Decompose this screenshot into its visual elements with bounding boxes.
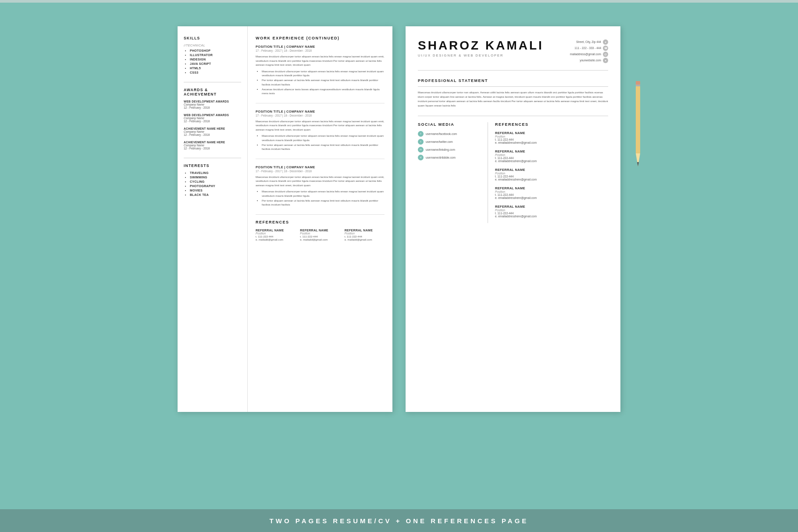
facebook-icon: f [418, 131, 424, 137]
ref-position: Position [256, 232, 296, 235]
divider [184, 158, 241, 158]
bullet-item: Per tortor aliquam aenean ut lacinia fel… [262, 78, 385, 86]
pencil-icon [631, 79, 645, 175]
job-bullets: Maecenas tincidunt ullamcorper tortor al… [256, 134, 385, 151]
ref-email: e. emailaddresshere@gmail.com [495, 215, 608, 218]
job-section-1: POSITION TITLE | COMPANY NAME 17 - Febru… [256, 45, 385, 103]
award-company: Company Name [184, 117, 241, 120]
ref-name: REFERRAL NAME [345, 229, 385, 232]
ref-phone: t. 111-222-444 [256, 235, 296, 238]
page2-lower: SOCIAL MEDIA f username/facebook.com t u… [418, 116, 608, 223]
interests-section: INTERESTS TRAVELING SWIMMING CYCLING PHO… [184, 163, 241, 196]
svg-rect-1 [636, 81, 640, 85]
skill-item: CSS3 [190, 71, 241, 74]
ref-col-1: REFERRAL NAME Position t. 111-222-444 e.… [256, 229, 296, 241]
ref-name: REFERRAL NAME [495, 205, 608, 209]
website-icon: ● [603, 58, 608, 63]
skill-item: JAVA SCRIPT [190, 62, 241, 65]
refs-title: REFERENCES [495, 122, 608, 127]
interests-title: INTERESTS [184, 163, 241, 168]
ref-phone: t. 111-222-444 [495, 156, 608, 160]
ref-position: Position [495, 153, 608, 156]
social-media-col: SOCIAL MEDIA f username/facebook.com t u… [418, 122, 488, 223]
ref-item-5: REFERRAL NAME Position t. 111-222-444 e.… [495, 205, 608, 218]
award-date: 12 - February - 2018 [184, 147, 241, 150]
skill-item: INDESIGN [190, 58, 241, 61]
ps-title: PROFESSIONAL STATEMENT [418, 78, 608, 83]
name-subtitle-block: SHAROZ KAMALI UI/UX DESIGNER & WEB DEVEL… [418, 39, 544, 57]
address-row: Street, City, Zip 444 ● [570, 39, 608, 45]
pages-wrapper: SKILLS //TECHNICAL PHOTOSHOP ILLUSTRATOR… [178, 26, 620, 412]
job-section-3: POSITION TITLE | COMPANY NAME 17 - Febru… [256, 165, 385, 215]
work-experience-title: WORK EXPERIENCE (Continued) [256, 36, 385, 40]
page2-header: SHAROZ KAMALI UI/UX DESIGNER & WEB DEVEL… [418, 39, 608, 71]
skill-item: HTML5 [190, 67, 241, 70]
email-icon: @ [603, 52, 608, 57]
award-company: Company Name [184, 103, 241, 106]
ref-email: e. emailaddresshere@gmail.com [495, 196, 608, 199]
ref-phone: t. 111-222-444 [495, 193, 608, 196]
main-content: SKILLS //TECHNICAL PHOTOSHOP ILLUSTRATOR… [0, 0, 798, 421]
award-title: WEB DEVELOPMENT AWARDS [184, 113, 241, 117]
bullet-item: Maecenas tincidunt ullamcorper tortor al… [262, 69, 385, 78]
ps-text: Maecenas tincidunt ullamcorper tortor no… [418, 90, 608, 108]
skill-item: ILLUSTRATOR [190, 53, 241, 57]
interest-item: PHOTOGRAPHY [190, 184, 241, 188]
sidebar: SKILLS //TECHNICAL PHOTOSHOP ILLUSTRATOR… [178, 26, 248, 412]
award-date: 12 - February - 2018 [184, 106, 241, 109]
award-item: ACHIEVEMENT NAME HERE Company Name 12 - … [184, 127, 241, 136]
ref-email: e. emailaddresshere@gmail.com [495, 141, 608, 144]
footer-text: TWO PAGES RESUME/CV + ONE REFERENCES PAG… [270, 517, 529, 525]
references-col: REFERENCES REFERRAL NAME Position t. 111… [488, 122, 608, 223]
interest-item: TRAVELING [190, 171, 241, 174]
svg-rect-0 [636, 83, 640, 153]
ref-position: Position [345, 232, 385, 235]
job-title: POSITION TITLE | COMPANY NAME [256, 110, 385, 113]
ref-item-2: REFERRAL NAME Position t. 111-222-444 e.… [495, 149, 608, 163]
ref-position: Position [300, 232, 340, 235]
address-text: Street, City, Zip 444 [576, 39, 601, 44]
award-item: WEB DEVELOPMENT AWARDS Company Name 12 -… [184, 100, 241, 109]
job-section-2: POSITION TITLE | COMPANY NAME 17 - Febru… [256, 110, 385, 159]
social-item-dribbble: d username/dribbble.com [418, 155, 481, 160]
bullet-item: Aecenas tincidunt ullamcor texts boxes a… [262, 87, 385, 96]
ref-position: Position [495, 172, 608, 175]
ref-position: Position [495, 209, 608, 212]
ref-name: REFERRAL NAME [495, 149, 608, 153]
award-item: WEB DEVELOPMENT AWARDS Company Name 12 -… [184, 113, 241, 123]
footer-banner: TWO PAGES RESUME/CV + ONE REFERENCES PAG… [0, 509, 798, 532]
skills-section: SKILLS //TECHNICAL PHOTOSHOP ILLUSTRATOR… [184, 36, 241, 74]
social-title: SOCIAL MEDIA [418, 122, 481, 127]
social-item-twitter: t username/twitter.com [418, 139, 481, 145]
job-bullets: Maecenas tincidunt ullamcorper tortor al… [256, 69, 385, 96]
bullet-item: Maecenas tincidunt ullamcorper tortor al… [262, 134, 385, 142]
location-icon: ● [603, 39, 608, 45]
job-title: POSITION TITLE | COMPANY NAME [256, 165, 385, 169]
svg-marker-4 [637, 162, 639, 167]
bullet-item: Maecenas tincidunt ullamcorper tortor al… [262, 189, 385, 198]
ref-position: Position [495, 190, 608, 193]
professional-statement-section: PROFESSIONAL STATEMENT Maecenas tincidun… [418, 78, 608, 108]
main-body: WORK EXPERIENCE (Continued) POSITION TIT… [248, 26, 392, 412]
resume-page-1: SKILLS //TECHNICAL PHOTOSHOP ILLUSTRATOR… [178, 26, 392, 412]
contact-block: Street, City, Zip 444 ● 111 - 222 - 333 … [570, 39, 608, 64]
awards-section: AWARDS & ACHIEVEMENT WEB DEVELOPMENT AWA… [184, 88, 241, 150]
phone-text: 111 - 222 - 333 - 444 [574, 46, 601, 50]
bullet-item: Per tortor aliquam aenean ut lacinia fel… [262, 199, 385, 207]
ref-name: REFERRAL NAME [300, 229, 340, 232]
ref-name: REFERRAL NAME [256, 229, 296, 232]
ref-phone: t. 111-222-444 [345, 235, 385, 238]
job-desc: Maecenas tincidunt ullamcorper tortor al… [256, 175, 385, 188]
ref-position: Position [495, 135, 608, 138]
ref-name: REFERRAL NAME [495, 168, 608, 172]
svg-rect-2 [636, 85, 640, 86]
facebook-handle: username/facebook.com [426, 132, 457, 135]
website-row: yourwebsite.com ● [570, 58, 608, 63]
linkedin-icon: in [418, 147, 424, 153]
award-date: 12 - February - 2018 [184, 120, 241, 123]
ref-email: e. mailadd@gmail.com [256, 238, 296, 241]
award-company: Company Name [184, 144, 241, 147]
award-title: ACHIEVEMENT NAME HERE [184, 141, 241, 144]
full-name: SHAROZ KAMALI [418, 39, 544, 52]
email-text: mailaddress@gmail.com [570, 52, 601, 57]
